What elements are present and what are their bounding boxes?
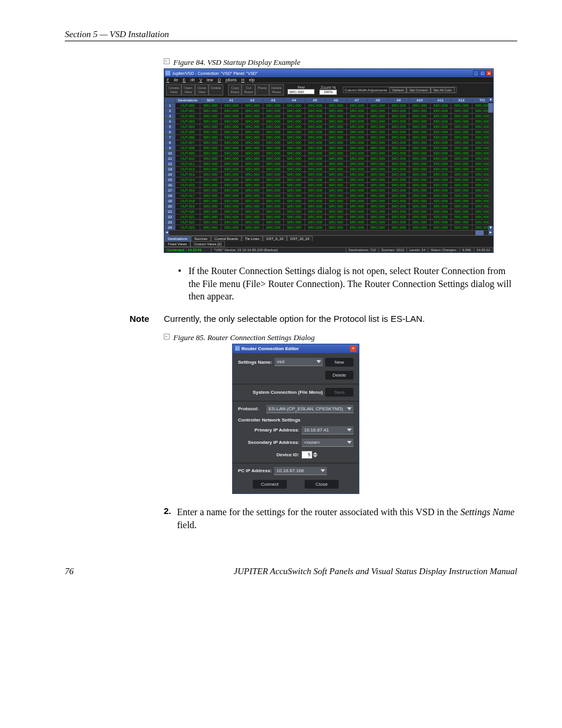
scroll-thumb[interactable] xyxy=(488,103,493,113)
source-cell[interactable]: SRC-000 xyxy=(430,114,451,119)
source-cell[interactable]: SRC-000 xyxy=(242,108,263,114)
source-cell[interactable]: SRC-000 xyxy=(242,162,263,167)
source-cell[interactable]: SRC-000 xyxy=(305,199,326,204)
source-cell[interactable]: SRC-000 xyxy=(284,103,305,108)
pc-ip-select[interactable]: 10.16.87.166 xyxy=(274,467,327,475)
source-cell[interactable]: SRC-000 xyxy=(221,215,242,220)
cwa-button[interactable]: Set Current xyxy=(406,87,431,93)
column-header[interactable] xyxy=(165,98,176,103)
table-row[interactable]: 15OUT-014SRC-000SRC-000SRC-000SRC-000SRC… xyxy=(165,177,493,183)
source-cell[interactable]: SRC-000 xyxy=(430,108,451,114)
source-cell[interactable]: SRC-000 xyxy=(430,103,451,108)
source-cell[interactable]: SRC-000 xyxy=(326,103,347,108)
source-cell[interactable]: SRC-000 xyxy=(242,130,263,135)
hscroll-thumb[interactable] xyxy=(475,230,484,235)
column-header[interactable]: SDV xyxy=(200,98,222,103)
source-cell[interactable]: SRC-000 xyxy=(346,199,368,204)
source-cell[interactable]: SRC-000 xyxy=(200,135,222,140)
cwa-button[interactable]: Default xyxy=(389,87,406,93)
source-cell[interactable]: SRC-000 xyxy=(326,156,347,162)
source-cell[interactable]: SRC-000 xyxy=(430,135,451,140)
source-cell[interactable]: SRC-000 xyxy=(346,188,368,193)
source-cell[interactable]: SRC-000 xyxy=(368,183,389,188)
source-cell[interactable]: SRC-000 xyxy=(284,188,305,193)
source-cell[interactable]: SRC-000 xyxy=(263,199,284,204)
source-cell[interactable]: SRC-000 xyxy=(263,114,284,119)
source-cell[interactable]: SRC-000 xyxy=(388,108,409,114)
source-cell[interactable]: SRC-000 xyxy=(326,188,347,193)
table-row[interactable]: 11OUT-010SRC-000SRC-000SRC-000SRC-000SRC… xyxy=(165,156,493,162)
source-cell[interactable]: SRC-000 xyxy=(368,188,389,193)
source-cell[interactable]: SRC-000 xyxy=(451,209,472,215)
table-row[interactable]: 14OUT-013SRC-000SRC-000SRC-000SRC-000SRC… xyxy=(165,172,493,177)
table-row[interactable]: 24OUT-023SRC-000SRC-000SRC-000SRC-000SRC… xyxy=(165,225,493,230)
source-cell[interactable]: SRC-000 xyxy=(242,140,263,146)
source-cell[interactable]: SRC-000 xyxy=(305,172,326,177)
scroll-right-icon[interactable]: ► xyxy=(488,230,493,235)
column-header[interactable]: A6 xyxy=(326,98,347,103)
table-row[interactable]: 21OUT-020SRC-000SRC-000SRC-000SRC-000SRC… xyxy=(165,209,493,215)
device-id-input[interactable] xyxy=(302,451,312,459)
source-cell[interactable]: SRC-000 xyxy=(305,119,326,124)
table-row[interactable]: 3OUT-002SRC-000SRC-000SRC-000SRC-000SRC-… xyxy=(165,114,493,119)
destination-cell[interactable]: OUT-018 xyxy=(176,199,200,204)
source-cell[interactable]: SRC-000 xyxy=(305,151,326,156)
source-cell[interactable]: SRC-000 xyxy=(326,220,347,225)
tab-control-boards[interactable]: Control Boards xyxy=(211,236,242,241)
table-row[interactable]: 23OUT-022SRC-000SRC-000SRC-000SRC-000SRC… xyxy=(165,220,493,225)
source-cell[interactable]: SRC-000 xyxy=(368,119,389,124)
source-cell[interactable]: SRC-000 xyxy=(451,151,472,156)
source-cell[interactable]: SRC-000 xyxy=(451,103,472,108)
delete-button[interactable]: Delete xyxy=(325,371,353,380)
source-cell[interactable]: SRC-000 xyxy=(409,119,431,124)
source-cell[interactable]: SRC-000 xyxy=(346,215,368,220)
source-cell[interactable]: SRC-000 xyxy=(388,135,409,140)
close-icon[interactable]: × xyxy=(486,70,492,76)
source-cell[interactable]: SRC-000 xyxy=(284,108,305,114)
source-cell[interactable]: SRC-000 xyxy=(368,177,389,183)
source-cell[interactable]: SRC-000 xyxy=(326,151,347,156)
source-cell[interactable]: SRC-000 xyxy=(263,140,284,146)
source-cell[interactable]: SRC-000 xyxy=(346,135,368,140)
source-cell[interactable]: SRC-000 xyxy=(409,162,431,167)
source-cell[interactable]: SRC-000 xyxy=(284,146,305,151)
source-cell[interactable]: SRC-000 xyxy=(388,204,409,209)
toolbar-button[interactable]: CopyRows xyxy=(228,84,242,95)
column-header[interactable]: A5 xyxy=(305,98,326,103)
destination-cell[interactable]: OUT-002 xyxy=(176,114,200,119)
source-cell[interactable]: SRC-000 xyxy=(326,172,347,177)
zoom-input[interactable] xyxy=(319,90,337,95)
table-row[interactable]: 12OUT-011SRC-000SRC-000SRC-000SRC-000SRC… xyxy=(165,162,493,167)
source-cell[interactable]: SRC-000 xyxy=(346,140,368,146)
source-cell[interactable]: SRC-000 xyxy=(430,209,451,215)
source-cell[interactable]: SRC-000 xyxy=(305,146,326,151)
source-cell[interactable]: SRC-000 xyxy=(326,225,347,230)
column-header[interactable]: A2 xyxy=(242,98,263,103)
source-cell[interactable]: SRC-000 xyxy=(368,209,389,215)
source-cell[interactable]: SRC-000 xyxy=(409,146,431,151)
source-cell[interactable]: SRC-000 xyxy=(409,177,431,183)
scroll-down-icon[interactable]: ▼ xyxy=(488,226,493,230)
source-cell[interactable]: SRC-000 xyxy=(388,103,409,108)
table-row[interactable]: 1OUT-000SRC-000SRC-000SRC-000SRC-000SRC-… xyxy=(165,103,493,108)
source-cell[interactable]: SRC-000 xyxy=(221,108,242,114)
source-cell[interactable]: SRC-000 xyxy=(451,114,472,119)
source-cell[interactable]: SRC-000 xyxy=(200,162,222,167)
source-cell[interactable]: SRC-000 xyxy=(221,140,242,146)
source-cell[interactable]: SRC-000 xyxy=(409,215,431,220)
source-cell[interactable]: SRC-000 xyxy=(451,199,472,204)
source-cell[interactable]: SRC-000 xyxy=(388,209,409,215)
source-cell[interactable]: SRC-000 xyxy=(263,167,284,172)
source-cell[interactable]: SRC-000 xyxy=(368,114,389,119)
source-cell[interactable]: SRC-000 xyxy=(263,215,284,220)
protocol-select[interactable]: ES-LAN (CP_ESLAN, CPESKTND) xyxy=(266,405,353,413)
source-cell[interactable]: SRC-000 xyxy=(451,156,472,162)
source-cell[interactable]: SRC-000 xyxy=(305,156,326,162)
source-cell[interactable]: SRC-000 xyxy=(409,172,431,177)
source-cell[interactable]: SRC-000 xyxy=(451,135,472,140)
source-cell[interactable]: SRC-000 xyxy=(200,114,222,119)
source-cell[interactable]: SRC-000 xyxy=(451,220,472,225)
tab-sources[interactable]: Sources xyxy=(191,236,211,241)
source-cell[interactable]: SRC-000 xyxy=(368,108,389,114)
source-cell[interactable]: SRC-000 xyxy=(305,209,326,215)
